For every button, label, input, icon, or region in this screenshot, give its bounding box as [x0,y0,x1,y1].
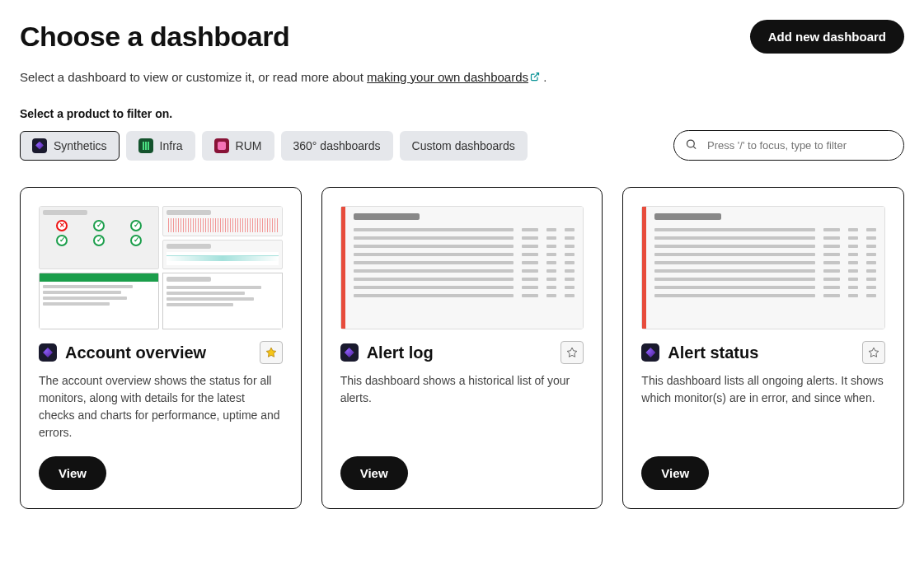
rum-icon [214,138,229,153]
dashboard-thumbnail [39,206,283,329]
external-link-icon [530,70,540,84]
pill-label: RUM [236,139,262,152]
card-title: Alert log [367,343,434,362]
view-button[interactable]: View [39,456,106,490]
svg-line-0 [534,73,539,78]
favorite-button[interactable] [862,341,885,364]
card-description: This dashboard shows a historical list o… [340,372,584,441]
dashboard-card-alert-log: Alert log This dashboard shows a histori… [321,187,603,509]
star-icon [566,346,578,359]
synthetics-icon [32,138,47,153]
svg-line-2 [693,146,696,148]
pill-label: Synthetics [54,139,107,152]
infra-icon [138,138,153,153]
synthetics-icon [39,343,57,362]
dashboard-card-alert-status: Alert status This dashboard lists all on… [622,187,904,509]
filter-pill-custom[interactable]: Custom dashboards [400,131,528,161]
pill-label: Infra [160,139,183,152]
filter-pills: Synthetics Infra RUM 360° dashboards Cus… [20,131,528,161]
card-description: This dashboard lists all ongoing alerts.… [641,372,885,441]
page-title: Choose a dashboard [20,21,289,53]
add-dashboard-button[interactable]: Add new dashboard [750,20,904,54]
card-description: The account overview shows the status fo… [39,372,283,441]
star-icon [265,346,277,359]
favorite-button[interactable] [260,341,283,364]
svg-marker-3 [266,348,276,357]
search-input[interactable] [673,130,904,161]
svg-point-1 [687,140,695,147]
dashboard-thumbnail [641,206,885,329]
synthetics-icon [641,343,659,362]
card-title: Alert status [668,343,758,362]
filter-label: Select a product to filter on. [20,107,904,120]
filter-pill-rum[interactable]: RUM [202,131,274,161]
svg-marker-4 [568,348,578,357]
intro-prefix: Select a dashboard to view or customize … [20,70,367,84]
dashboard-thumbnail [340,206,584,329]
svg-marker-5 [869,348,879,357]
intro-suffix: . [540,70,546,84]
card-title: Account overview [65,343,206,362]
search-icon [685,138,697,153]
filter-pill-infra[interactable]: Infra [126,131,195,161]
favorite-button[interactable] [560,341,584,364]
intro-text: Select a dashboard to view or customize … [20,70,904,84]
pill-label: Custom dashboards [412,139,515,152]
filter-pill-synthetics[interactable]: Synthetics [20,131,120,161]
view-button[interactable]: View [641,456,709,490]
dashboard-card-account-overview: Account overview The account overview sh… [20,187,302,509]
pill-label: 360° dashboards [293,139,381,152]
star-icon [868,346,879,359]
intro-link[interactable]: making your own dashboards [367,70,540,84]
view-button[interactable]: View [340,456,408,490]
filter-pill-360[interactable]: 360° dashboards [281,131,393,161]
synthetics-icon [340,343,359,362]
